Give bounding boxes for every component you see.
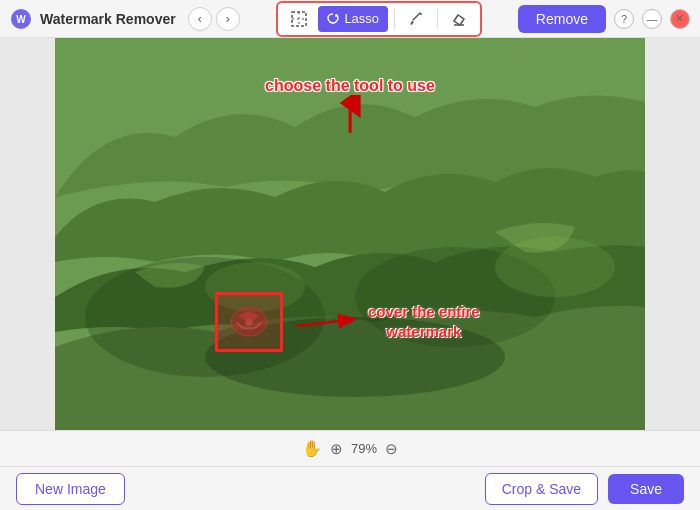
new-image-button[interactable]: New Image [16,473,125,505]
help-button[interactable]: ? [614,9,634,29]
app-title: Watermark Remover [40,11,176,27]
footer-action-bar: New Image Crop & Save Save [0,466,700,510]
zoom-in-icon[interactable]: ⊕ [330,440,343,458]
landscape-image [55,38,645,430]
lasso-tool-label: Lasso [344,11,379,26]
lasso-icon [326,12,340,26]
title-bar: W Watermark Remover ‹ › Lasso [0,0,700,38]
lasso-tool-button[interactable]: Lasso [318,6,388,32]
zoom-level-text: 79% [351,441,377,456]
save-button[interactable]: Save [608,474,684,504]
crop-save-button[interactable]: Crop & Save [485,473,598,505]
brush-icon [408,11,424,27]
svg-text:W: W [16,14,26,25]
nav-back-button[interactable]: ‹ [188,7,212,31]
zoom-bar: ✋ ⊕ 79% ⊖ [0,430,700,466]
minimize-button[interactable]: — [642,9,662,29]
title-bar-right: Remove ? — ✕ [518,5,690,33]
close-button[interactable]: ✕ [670,9,690,29]
tool-selection-group: Lasso [276,1,482,37]
svg-marker-7 [454,15,464,25]
marquee-tool-button[interactable] [284,6,314,32]
svg-point-6 [420,13,422,15]
zoom-out-icon[interactable]: ⊖ [385,440,398,458]
nav-forward-button[interactable]: › [216,7,240,31]
window-controls: ? — ✕ [614,9,690,29]
svg-line-5 [413,13,420,20]
tool-divider-1 [394,9,395,29]
image-canvas[interactable]: choose the tool to use [55,38,645,430]
erase-tool-button[interactable] [444,6,474,32]
brush-tool-button[interactable] [401,6,431,32]
erase-icon [451,11,467,27]
app-logo: W [10,8,32,30]
zoom-controls: ✋ ⊕ 79% ⊖ [302,439,398,458]
remove-button[interactable]: Remove [518,5,606,33]
marquee-icon [291,11,307,27]
footer-right-actions: Crop & Save Save [485,473,684,505]
tool-divider-2 [437,9,438,29]
pan-tool-icon[interactable]: ✋ [302,439,322,458]
main-canvas-area: choose the tool to use [0,38,700,430]
svg-point-12 [205,317,505,397]
svg-point-14 [205,262,305,312]
